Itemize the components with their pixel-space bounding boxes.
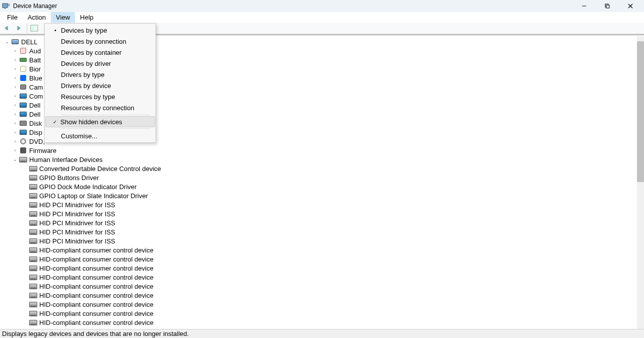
tree-leaf[interactable]: HID-compliant consumer control device [0, 318, 644, 327]
hid-icon [29, 174, 37, 182]
tree-leaf[interactable]: HID PCI Minidriver for ISS [0, 218, 644, 227]
hid-icon [29, 210, 37, 218]
expander-open-icon[interactable]: ⌄ [12, 156, 18, 162]
expander-closed-icon[interactable]: › [12, 102, 18, 108]
tree-leaf-label: HID-compliant consumer control device [39, 246, 153, 254]
tree-leaf[interactable]: HID-compliant consumer control device [0, 264, 644, 273]
tree-node-label: Firmware [29, 147, 56, 154]
expander-closed-icon[interactable]: › [12, 66, 18, 72]
statusbar-text: Displays legacy devices and devices that… [2, 330, 189, 337]
tree-node-label: Com [29, 93, 43, 100]
statusbar: Displays legacy devices and devices that… [0, 329, 644, 338]
scrollbar-thumb[interactable] [637, 41, 644, 182]
tree-leaf[interactable]: GPIO Buttons Driver [0, 173, 644, 182]
tree-leaf-label: HID PCI Minidriver for ISS [39, 237, 115, 245]
tree-leaf[interactable]: HID-compliant consumer control device [0, 309, 644, 318]
tree-leaf-label: HID-compliant consumer control device [39, 274, 153, 281]
hid-icon [29, 300, 37, 308]
menu-item-label: Resources by type [61, 93, 154, 101]
menu-devices-by-type[interactable]: • Devices by type [46, 25, 154, 36]
tree-leaf[interactable]: HID-compliant consumer control device [0, 282, 644, 291]
expander-closed-icon[interactable]: › [12, 138, 18, 144]
minimize-button[interactable] [573, 0, 596, 12]
menu-help[interactable]: Help [75, 12, 99, 23]
menu-devices-by-connection[interactable]: Devices by connection [46, 36, 154, 47]
svg-rect-1 [4, 8, 6, 9]
dell-icon [19, 101, 27, 109]
tree-leaf-label: HID-compliant consumer control device [39, 265, 153, 272]
show-hide-console-tree-button[interactable] [29, 23, 40, 34]
tree-node[interactable]: › Firmware [0, 146, 644, 155]
expander-closed-icon[interactable]: › [12, 129, 18, 135]
window-title: Device Manager [13, 3, 57, 10]
audio-icon [19, 47, 27, 55]
hid-icon [29, 219, 37, 227]
camera-icon [19, 83, 27, 91]
hid-icon [29, 228, 37, 236]
maximize-button[interactable] [596, 0, 619, 12]
menu-resources-by-type[interactable]: Resources by type [46, 91, 154, 102]
tree-leaf[interactable]: HID PCI Minidriver for ISS [0, 227, 644, 236]
expander-closed-icon[interactable]: › [12, 147, 18, 153]
tree-node-label: DVD, [29, 138, 45, 145]
vertical-scrollbar[interactable] [637, 36, 644, 329]
expander-closed-icon[interactable]: › [12, 93, 18, 99]
tree-leaf[interactable]: HID-compliant consumer control device [0, 255, 644, 264]
back-button[interactable] [1, 23, 12, 34]
menu-file[interactable]: File [2, 12, 23, 23]
forward-button[interactable] [13, 23, 24, 34]
expander-closed-icon[interactable]: › [12, 84, 18, 90]
tree-leaf[interactable]: HID PCI Minidriver for ISS [0, 209, 644, 218]
expander-closed-icon[interactable]: › [12, 120, 18, 126]
menu-item-label: Drivers by device [61, 82, 154, 90]
menu-item-label: Devices by connection [61, 38, 154, 45]
menu-resources-by-connection[interactable]: Resources by connection [46, 102, 154, 113]
tree-leaf-label: HID-compliant consumer control device [39, 292, 153, 299]
tree-leaf[interactable]: Converted Portable Device Control device [0, 164, 644, 173]
hid-icon [29, 291, 37, 299]
expander-closed-icon[interactable]: › [12, 111, 18, 117]
menu-customise[interactable]: Customise... [46, 130, 154, 141]
hid-icon [29, 282, 37, 290]
tree-node-label: Dell [29, 102, 40, 109]
svg-point-2 [8, 4, 10, 6]
menu-item-label: Devices by driver [61, 60, 154, 67]
close-button[interactable] [619, 0, 642, 12]
tree-leaf[interactable]: HID-compliant consumer control device [0, 291, 644, 300]
hid-icon [29, 264, 37, 272]
hid-icon [29, 237, 37, 245]
expander-closed-icon[interactable]: › [12, 48, 18, 54]
menu-drivers-by-device[interactable]: Drivers by device [46, 80, 154, 91]
tree-leaf[interactable]: HID-compliant consumer control device [0, 300, 644, 309]
tree-leaf-label: HID-compliant consumer control device [39, 283, 153, 290]
expander-open-icon[interactable]: ⌄ [4, 39, 10, 45]
hid-icon [29, 273, 37, 281]
tree-leaf-label: GPIO Dock Mode Indicator Driver [39, 183, 137, 191]
tree-leaf[interactable]: GPIO Laptop or Slate Indicator Driver [0, 191, 644, 200]
tree-leaf[interactable]: HID-compliant consumer control device [0, 245, 644, 255]
hid-icon [29, 192, 37, 200]
menu-show-hidden-devices[interactable]: ✓ Show hidden devices [45, 116, 155, 127]
tree-leaf-label: HID PCI Minidriver for ISS [39, 219, 115, 227]
tree-leaf-label: GPIO Laptop or Slate Indicator Driver [39, 192, 148, 200]
disk-icon [19, 119, 27, 127]
tree-node-label: Disk [29, 120, 42, 127]
menu-view[interactable]: View [51, 12, 75, 23]
menu-drivers-by-type[interactable]: Drivers by type [46, 69, 154, 80]
hid-icon [29, 201, 37, 209]
tree-leaf-label: HID-compliant consumer control device [39, 310, 153, 317]
menu-action[interactable]: Action [23, 12, 51, 23]
tree-leaf[interactable]: HID PCI Minidriver for ISS [0, 200, 644, 209]
window-controls [573, 0, 642, 12]
computer-category-icon [19, 92, 27, 100]
tree-leaf[interactable]: GPIO Dock Mode Indicator Driver [0, 182, 644, 191]
menu-devices-by-driver[interactable]: Devices by driver [46, 58, 154, 69]
tree-leaf[interactable]: HID-compliant consumer control device [0, 273, 644, 282]
bluetooth-icon [19, 74, 27, 82]
tree-node-hid[interactable]: ⌄ Human Interface Devices [0, 155, 644, 164]
tree-node-label: Cam [29, 83, 43, 91]
expander-closed-icon[interactable]: › [12, 75, 18, 81]
tree-leaf[interactable]: HID PCI Minidriver for ISS [0, 236, 644, 245]
menu-devices-by-container[interactable]: Devices by container [46, 47, 154, 58]
expander-closed-icon[interactable]: › [12, 57, 18, 63]
